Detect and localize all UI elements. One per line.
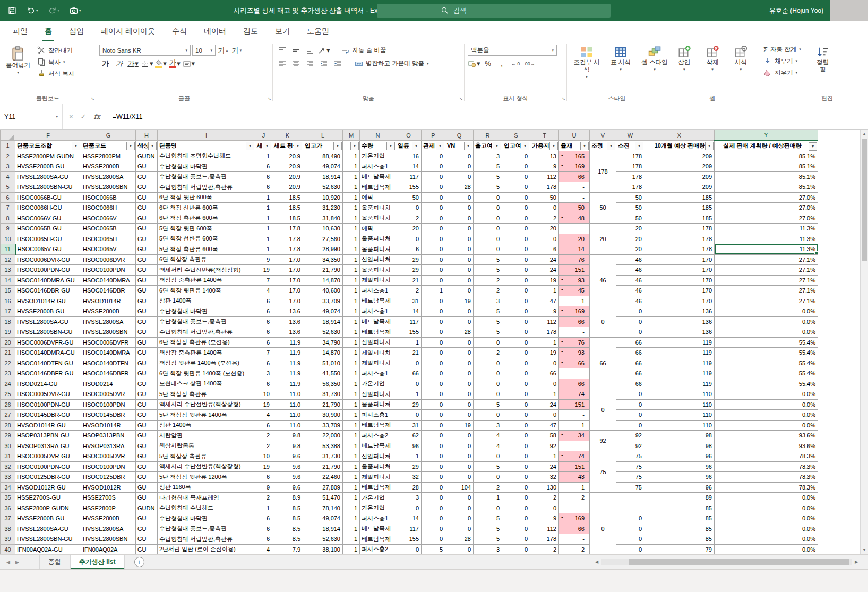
cell[interactable]: 52,630 [303, 534, 343, 545]
format-as-table-button[interactable]: 표 서식 ▾ [604, 44, 637, 93]
cell[interactable]: 0 [422, 234, 445, 244]
cell[interactable]: 5 [474, 316, 502, 327]
col-header-X[interactable]: X [644, 130, 715, 141]
cell[interactable]: 0 [616, 389, 644, 400]
cell[interactable]: 30,900 [303, 410, 343, 421]
cell[interactable]: HVSSE2800SBN [81, 327, 136, 338]
cell[interactable]: GU [136, 234, 158, 244]
cell[interactable]: 0 [530, 234, 559, 244]
cell[interactable]: HSOC0006DVFR [81, 337, 136, 348]
cell[interactable]: -43 [559, 472, 590, 483]
cell[interactable]: 4 [474, 441, 502, 451]
cell[interactable]: 0 [502, 224, 530, 234]
cell[interactable]: -93 [559, 275, 590, 286]
cell[interactable]: 18.5 [272, 203, 303, 213]
wrap-text-button[interactable]: 자동 줄 바꿈 [339, 45, 389, 56]
cell[interactable]: 1 [343, 234, 360, 244]
cell[interactable]: HVSOD1014R-GU [15, 296, 81, 306]
col-header-N[interactable]: N [360, 130, 396, 141]
cell[interactable]: 209 [644, 161, 715, 172]
cell[interactable]: 0.0% [715, 544, 818, 554]
cell[interactable]: 13.6 [272, 306, 303, 317]
cell[interactable]: 66 [616, 337, 644, 348]
cell[interactable]: 51,010 [303, 358, 343, 368]
cell[interactable]: 46 [616, 254, 644, 265]
cell[interactable]: HSSE2800P [81, 503, 136, 513]
cell[interactable]: 0 [616, 524, 644, 534]
font-family-select[interactable]: Noto Sans KR▾ [99, 45, 191, 56]
cell[interactable]: 1 [343, 316, 360, 327]
col-header-L[interactable]: L [303, 130, 343, 141]
cell[interactable]: HVSSE2800SA [81, 524, 136, 534]
filter-button-N[interactable]: ▼ [386, 142, 395, 150]
cell[interactable]: 0 [616, 420, 644, 431]
cell[interactable]: 베트남목제 [360, 296, 396, 306]
cell[interactable]: 92 [616, 431, 644, 441]
col-header-J[interactable]: J [255, 130, 272, 141]
cell[interactable]: 10 [255, 451, 272, 462]
merge-center-button[interactable]: 병합하고 가운데 맞춤 ▾ [353, 58, 431, 70]
cell[interactable]: 85.1% [715, 151, 818, 161]
cell[interactable]: HSOC0100PDN-GU [15, 265, 81, 276]
ribbon-tab-8[interactable]: 도움말 [298, 21, 338, 41]
cell[interactable]: 1 [343, 410, 360, 421]
filter-button-W[interactable]: ▼ [635, 142, 643, 150]
cell[interactable]: 5단 책장 선반류 600폭 [158, 234, 255, 244]
cell[interactable]: 6 [530, 244, 559, 255]
filter-button-G[interactable]: ▼ [126, 142, 135, 150]
cell[interactable]: 24 [530, 399, 559, 410]
cell[interactable]: 수납형침대 바닥판 [158, 161, 255, 172]
cell[interactable]: 수납형침대 풋보드,중측판 [158, 171, 255, 182]
cell[interactable]: 베트남목제 [360, 171, 396, 182]
cell[interactable]: HSOC0065V-GU [15, 244, 81, 255]
cell[interactable]: 모션데스크 상판 1400폭 [158, 379, 255, 389]
cell[interactable]: GUDN [136, 151, 158, 161]
align-left-button[interactable] [276, 58, 288, 70]
cell[interactable]: 6 [255, 524, 272, 534]
cell[interactable]: 5단 책상장 측판류 [158, 451, 255, 462]
cell[interactable]: 178 [616, 171, 644, 182]
increase-indent-button[interactable] [331, 58, 343, 70]
cell[interactable]: 0 [422, 534, 445, 545]
cell[interactable]: 14,870 [303, 275, 343, 286]
cell[interactable]: HSOC0066H-GU [15, 203, 81, 213]
cancel-entry-button[interactable]: × [69, 113, 73, 121]
cell[interactable]: 155 [396, 534, 422, 545]
row-header-33[interactable]: 33 [1, 472, 15, 483]
cell[interactable]: GU [136, 358, 158, 368]
cell[interactable]: 0 [474, 472, 502, 483]
cell[interactable]: 0 [396, 544, 422, 554]
cell[interactable]: HVSSE2800B-GU [15, 306, 81, 317]
cell[interactable]: 베트남목제 [360, 534, 396, 545]
scroll-left-icon[interactable]: ◀ [592, 557, 601, 567]
cell[interactable]: 185 [644, 203, 715, 213]
header-cell-T[interactable]: 가용지▼ [530, 141, 559, 151]
cell[interactable]: HVSSE2800B [81, 161, 136, 172]
header-cell-X[interactable]: 10개월 예상 판매량▼ [644, 141, 715, 151]
cell[interactable]: HSOC0140DMRA-GU [15, 348, 81, 358]
cell[interactable]: 6 [255, 161, 272, 172]
cell[interactable]: 50 [530, 192, 559, 203]
cell[interactable]: 0 [445, 472, 474, 483]
scroll-down-icon[interactable]: ▼ [861, 546, 868, 554]
cell[interactable]: 5 [474, 182, 502, 193]
cell[interactable]: 1 [343, 151, 360, 161]
header-cell-U[interactable]: 율재▼ [559, 141, 590, 151]
cell[interactable]: 11.3% [715, 244, 818, 255]
cell[interactable]: 0 [445, 431, 474, 441]
row-header-5[interactable]: 5 [1, 182, 15, 193]
scroll-up-icon[interactable]: ▲ [861, 130, 868, 138]
cell[interactable]: 170 [644, 254, 715, 265]
cell[interactable]: 0 [445, 368, 474, 379]
cell[interactable]: HSOC0065H [81, 234, 136, 244]
cell[interactable]: 20.9 [272, 161, 303, 172]
cell[interactable]: HSOC0066B-GU [15, 192, 81, 203]
header-cell-Y[interactable]: 실제 판매 계획량 / 예상판매량▼ [715, 141, 818, 151]
cell[interactable]: 17.0 [272, 286, 303, 296]
cell[interactable]: 31 [396, 296, 422, 306]
cell[interactable]: 93.6% [715, 431, 818, 441]
cell[interactable]: HVSSE2800SA [81, 316, 136, 327]
cell[interactable]: 0 [474, 244, 502, 255]
ribbon-tab-7[interactable]: 보기 [267, 21, 298, 41]
col-header-Q[interactable]: Q [445, 130, 474, 141]
